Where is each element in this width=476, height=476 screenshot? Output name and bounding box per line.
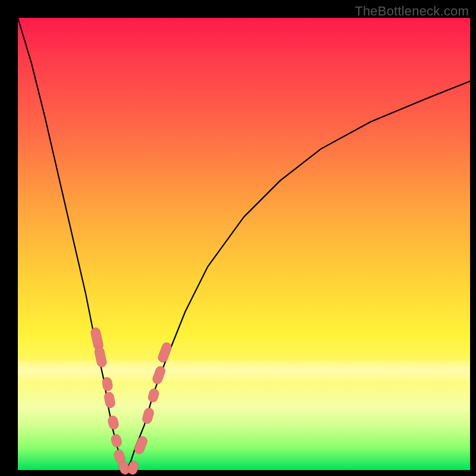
curve-marker (110, 433, 123, 448)
curve-marker (94, 346, 108, 368)
curve-marker (133, 435, 149, 455)
curve-marker (90, 327, 104, 351)
curve-marker (127, 460, 140, 476)
curve-marker (107, 415, 120, 430)
curve-markers (90, 327, 173, 476)
watermark-text: TheBottleneck.com (355, 4, 469, 19)
plot-area (18, 18, 470, 470)
curve-layer (18, 18, 470, 470)
curve-marker (151, 365, 167, 385)
curve-marker (147, 387, 160, 403)
bottleneck-curve (18, 18, 470, 470)
curve-marker (104, 392, 116, 409)
chart-frame: TheBottleneck.com (0, 0, 476, 476)
curve-marker (142, 407, 155, 425)
curve-marker (156, 342, 173, 364)
